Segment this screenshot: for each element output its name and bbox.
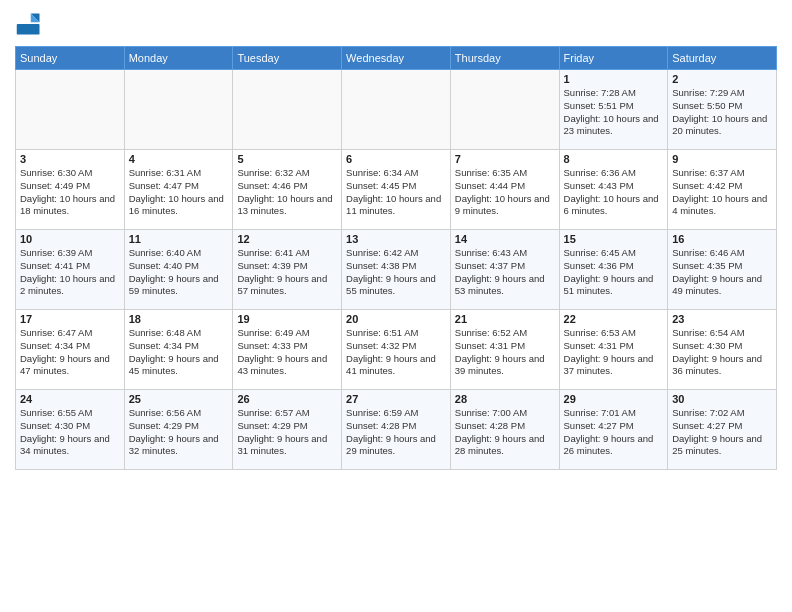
header-cell-thursday: Thursday [450,47,559,70]
calendar-cell: 11Sunrise: 6:40 AM Sunset: 4:40 PM Dayli… [124,230,233,310]
day-info: Sunrise: 6:30 AM Sunset: 4:49 PM Dayligh… [20,167,120,218]
day-number: 16 [672,233,772,245]
calendar-cell: 27Sunrise: 6:59 AM Sunset: 4:28 PM Dayli… [342,390,451,470]
day-info: Sunrise: 6:51 AM Sunset: 4:32 PM Dayligh… [346,327,446,378]
calendar-cell: 20Sunrise: 6:51 AM Sunset: 4:32 PM Dayli… [342,310,451,390]
calendar-cell: 4Sunrise: 6:31 AM Sunset: 4:47 PM Daylig… [124,150,233,230]
day-number: 25 [129,393,229,405]
day-number: 18 [129,313,229,325]
page: SundayMondayTuesdayWednesdayThursdayFrid… [0,0,792,612]
calendar-cell: 12Sunrise: 6:41 AM Sunset: 4:39 PM Dayli… [233,230,342,310]
day-info: Sunrise: 7:29 AM Sunset: 5:50 PM Dayligh… [672,87,772,138]
day-number: 7 [455,153,555,165]
day-info: Sunrise: 6:53 AM Sunset: 4:31 PM Dayligh… [564,327,664,378]
calendar-cell: 13Sunrise: 6:42 AM Sunset: 4:38 PM Dayli… [342,230,451,310]
day-number: 17 [20,313,120,325]
day-info: Sunrise: 6:37 AM Sunset: 4:42 PM Dayligh… [672,167,772,218]
day-number: 6 [346,153,446,165]
day-info: Sunrise: 6:54 AM Sunset: 4:30 PM Dayligh… [672,327,772,378]
calendar-cell: 9Sunrise: 6:37 AM Sunset: 4:42 PM Daylig… [668,150,777,230]
calendar-body: 1Sunrise: 7:28 AM Sunset: 5:51 PM Daylig… [16,70,777,470]
day-number: 13 [346,233,446,245]
day-info: Sunrise: 6:36 AM Sunset: 4:43 PM Dayligh… [564,167,664,218]
day-info: Sunrise: 6:35 AM Sunset: 4:44 PM Dayligh… [455,167,555,218]
calendar-cell [233,70,342,150]
calendar-cell [342,70,451,150]
calendar-cell: 5Sunrise: 6:32 AM Sunset: 4:46 PM Daylig… [233,150,342,230]
calendar-cell: 25Sunrise: 6:56 AM Sunset: 4:29 PM Dayli… [124,390,233,470]
header-row: SundayMondayTuesdayWednesdayThursdayFrid… [16,47,777,70]
day-info: Sunrise: 6:59 AM Sunset: 4:28 PM Dayligh… [346,407,446,458]
day-number: 3 [20,153,120,165]
calendar-cell: 15Sunrise: 6:45 AM Sunset: 4:36 PM Dayli… [559,230,668,310]
calendar-cell: 17Sunrise: 6:47 AM Sunset: 4:34 PM Dayli… [16,310,125,390]
calendar-week-4: 24Sunrise: 6:55 AM Sunset: 4:30 PM Dayli… [16,390,777,470]
day-info: Sunrise: 6:55 AM Sunset: 4:30 PM Dayligh… [20,407,120,458]
day-number: 27 [346,393,446,405]
day-info: Sunrise: 7:00 AM Sunset: 4:28 PM Dayligh… [455,407,555,458]
day-info: Sunrise: 6:32 AM Sunset: 4:46 PM Dayligh… [237,167,337,218]
day-info: Sunrise: 6:46 AM Sunset: 4:35 PM Dayligh… [672,247,772,298]
day-info: Sunrise: 6:34 AM Sunset: 4:45 PM Dayligh… [346,167,446,218]
day-number: 23 [672,313,772,325]
day-number: 24 [20,393,120,405]
day-number: 8 [564,153,664,165]
calendar-cell: 6Sunrise: 6:34 AM Sunset: 4:45 PM Daylig… [342,150,451,230]
day-number: 15 [564,233,664,245]
calendar-cell: 19Sunrise: 6:49 AM Sunset: 4:33 PM Dayli… [233,310,342,390]
day-number: 9 [672,153,772,165]
calendar-cell: 21Sunrise: 6:52 AM Sunset: 4:31 PM Dayli… [450,310,559,390]
day-number: 21 [455,313,555,325]
calendar-week-0: 1Sunrise: 7:28 AM Sunset: 5:51 PM Daylig… [16,70,777,150]
header [15,10,777,38]
calendar-header: SundayMondayTuesdayWednesdayThursdayFrid… [16,47,777,70]
calendar-cell: 30Sunrise: 7:02 AM Sunset: 4:27 PM Dayli… [668,390,777,470]
header-cell-sunday: Sunday [16,47,125,70]
day-number: 14 [455,233,555,245]
day-info: Sunrise: 6:48 AM Sunset: 4:34 PM Dayligh… [129,327,229,378]
day-number: 28 [455,393,555,405]
calendar-cell: 8Sunrise: 6:36 AM Sunset: 4:43 PM Daylig… [559,150,668,230]
day-number: 19 [237,313,337,325]
calendar-week-2: 10Sunrise: 6:39 AM Sunset: 4:41 PM Dayli… [16,230,777,310]
calendar-cell: 23Sunrise: 6:54 AM Sunset: 4:30 PM Dayli… [668,310,777,390]
logo [15,10,47,38]
calendar-cell: 3Sunrise: 6:30 AM Sunset: 4:49 PM Daylig… [16,150,125,230]
day-number: 11 [129,233,229,245]
calendar-cell: 1Sunrise: 7:28 AM Sunset: 5:51 PM Daylig… [559,70,668,150]
calendar-cell: 10Sunrise: 6:39 AM Sunset: 4:41 PM Dayli… [16,230,125,310]
calendar-cell: 14Sunrise: 6:43 AM Sunset: 4:37 PM Dayli… [450,230,559,310]
day-info: Sunrise: 6:57 AM Sunset: 4:29 PM Dayligh… [237,407,337,458]
calendar-cell: 29Sunrise: 7:01 AM Sunset: 4:27 PM Dayli… [559,390,668,470]
day-info: Sunrise: 6:49 AM Sunset: 4:33 PM Dayligh… [237,327,337,378]
day-number: 1 [564,73,664,85]
calendar-cell: 16Sunrise: 6:46 AM Sunset: 4:35 PM Dayli… [668,230,777,310]
day-info: Sunrise: 7:01 AM Sunset: 4:27 PM Dayligh… [564,407,664,458]
day-info: Sunrise: 6:56 AM Sunset: 4:29 PM Dayligh… [129,407,229,458]
calendar-cell [450,70,559,150]
day-info: Sunrise: 6:41 AM Sunset: 4:39 PM Dayligh… [237,247,337,298]
day-info: Sunrise: 7:28 AM Sunset: 5:51 PM Dayligh… [564,87,664,138]
calendar-cell: 7Sunrise: 6:35 AM Sunset: 4:44 PM Daylig… [450,150,559,230]
calendar-cell: 28Sunrise: 7:00 AM Sunset: 4:28 PM Dayli… [450,390,559,470]
day-info: Sunrise: 6:43 AM Sunset: 4:37 PM Dayligh… [455,247,555,298]
calendar-week-1: 3Sunrise: 6:30 AM Sunset: 4:49 PM Daylig… [16,150,777,230]
day-number: 30 [672,393,772,405]
calendar-cell: 22Sunrise: 6:53 AM Sunset: 4:31 PM Dayli… [559,310,668,390]
day-info: Sunrise: 6:31 AM Sunset: 4:47 PM Dayligh… [129,167,229,218]
calendar-week-3: 17Sunrise: 6:47 AM Sunset: 4:34 PM Dayli… [16,310,777,390]
day-number: 5 [237,153,337,165]
day-info: Sunrise: 6:39 AM Sunset: 4:41 PM Dayligh… [20,247,120,298]
calendar-cell: 26Sunrise: 6:57 AM Sunset: 4:29 PM Dayli… [233,390,342,470]
day-number: 20 [346,313,446,325]
day-info: Sunrise: 6:47 AM Sunset: 4:34 PM Dayligh… [20,327,120,378]
svg-rect-3 [17,24,40,35]
calendar-cell [16,70,125,150]
calendar-cell: 18Sunrise: 6:48 AM Sunset: 4:34 PM Dayli… [124,310,233,390]
day-number: 22 [564,313,664,325]
header-cell-wednesday: Wednesday [342,47,451,70]
day-number: 26 [237,393,337,405]
header-cell-monday: Monday [124,47,233,70]
day-number: 29 [564,393,664,405]
day-number: 4 [129,153,229,165]
